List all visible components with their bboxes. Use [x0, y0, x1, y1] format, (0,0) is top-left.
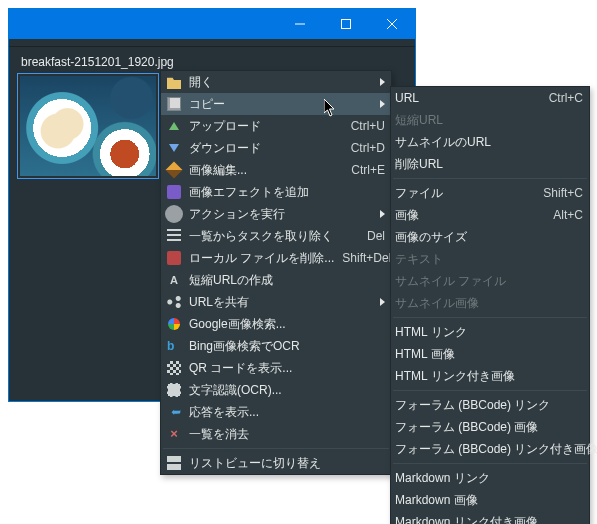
context-menu: 開く コピー アップロード Ctrl+U ダウンロード Ctrl+D 画像編集.… [160, 70, 392, 475]
submenu-html-image[interactable]: HTML 画像 [391, 343, 589, 365]
menu-shortcut: Shift+C [543, 186, 583, 200]
menu-clear-list[interactable]: × 一覧を消去 [161, 423, 391, 445]
menu-response[interactable]: ➥ 応答を表示... [161, 401, 391, 423]
menu-label: フォーラム (BBCode) リンク [395, 397, 583, 414]
copy-submenu: URL Ctrl+C 短縮URL サムネイルのURL 削除URL ファイル Sh… [390, 86, 590, 524]
menu-label: 開く [189, 74, 372, 91]
upload-icon [165, 118, 183, 134]
minimize-button[interactable] [277, 9, 323, 39]
menu-google-search[interactable]: Google画像検索... [161, 313, 391, 335]
menu-shortcut: Alt+C [553, 208, 583, 222]
menu-label: 画像エフェクトを追加 [189, 184, 385, 201]
submenu-bbcode-link[interactable]: フォーラム (BBCode) リンク [391, 394, 589, 416]
menu-label: URLを共有 [189, 294, 372, 311]
menu-shortcut: Ctrl+D [351, 141, 385, 155]
thumbnail-image [20, 76, 156, 176]
menu-label: Bing画像検索でOCR [189, 338, 385, 355]
submenu-arrow-icon [380, 210, 385, 218]
menu-actions[interactable]: アクションを実行 [161, 203, 391, 225]
close-button[interactable] [369, 9, 415, 39]
menu-shortcut: Ctrl+U [351, 119, 385, 133]
submenu-html-linked[interactable]: HTML リンク付き画像 [391, 365, 589, 387]
menu-label: QR コードを表示... [189, 360, 385, 377]
submenu-arrow-icon [380, 100, 385, 108]
menu-shortcut: Ctrl+C [549, 91, 583, 105]
submenu-file[interactable]: ファイル Shift+C [391, 182, 589, 204]
menu-label: 画像のサイズ [395, 229, 583, 246]
listview-icon [165, 455, 183, 471]
menu-label: Markdown リンク [395, 470, 583, 487]
menu-label: 応答を表示... [189, 404, 385, 421]
menu-shortcut: Del [367, 229, 385, 243]
submenu-text: テキスト [391, 248, 589, 270]
submenu-html-link[interactable]: HTML リンク [391, 321, 589, 343]
submenu-image[interactable]: 画像 Alt+C [391, 204, 589, 226]
submenu-bbcode-linked[interactable]: フォーラム (BBCode) リンク付き画像 [391, 438, 589, 460]
menu-label: フォーラム (BBCode) 画像 [395, 419, 583, 436]
maximize-button[interactable] [323, 9, 369, 39]
menu-separator [393, 317, 587, 318]
menu-delete-local[interactable]: ローカル ファイルを削除... Shift+Del [161, 247, 391, 269]
menu-effects[interactable]: 画像エフェクトを追加 [161, 181, 391, 203]
menu-label: URL [395, 91, 541, 105]
menu-label: Markdown 画像 [395, 492, 583, 509]
menu-upload[interactable]: アップロード Ctrl+U [161, 115, 391, 137]
menu-label: 短縮URLの作成 [189, 272, 385, 289]
submenu-thumb-url[interactable]: サムネイルのURL [391, 131, 589, 153]
menu-label: 一覧を消去 [189, 426, 385, 443]
submenu-thumb-file: サムネイル ファイル [391, 270, 589, 292]
menu-label: 短縮URL [395, 112, 583, 129]
menu-copy[interactable]: コピー [161, 93, 391, 115]
submenu-bbcode-image[interactable]: フォーラム (BBCode) 画像 [391, 416, 589, 438]
menu-short-url[interactable]: A 短縮URLの作成 [161, 269, 391, 291]
menu-label: リストビューに切り替え [189, 455, 385, 472]
x-icon: × [165, 426, 183, 442]
thumbnail-item[interactable] [17, 73, 159, 179]
download-icon [165, 140, 183, 156]
menu-share-url[interactable]: URLを共有 [161, 291, 391, 313]
share-icon [165, 294, 183, 310]
menu-ocr[interactable]: 文字認識(OCR)... [161, 379, 391, 401]
menu-label: 画像 [395, 207, 545, 224]
submenu-url[interactable]: URL Ctrl+C [391, 87, 589, 109]
submenu-del-url[interactable]: 削除URL [391, 153, 589, 175]
menu-label: サムネイル画像 [395, 295, 583, 312]
letter-a-icon: A [165, 272, 183, 288]
toolbar [9, 39, 415, 47]
menu-separator [393, 178, 587, 179]
submenu-md-link[interactable]: Markdown リンク [391, 467, 589, 489]
menu-label: ダウンロード [189, 140, 343, 157]
bing-icon: b [165, 338, 183, 354]
menu-shortcut: Ctrl+E [351, 163, 385, 177]
menu-listview[interactable]: リストビューに切り替え [161, 452, 391, 474]
menu-label: HTML リンク [395, 324, 583, 341]
menu-label: 文字認識(OCR)... [189, 382, 385, 399]
menu-label: 削除URL [395, 156, 583, 173]
menu-label: サムネイル ファイル [395, 273, 583, 290]
menu-qr-code[interactable]: QR コードを表示... [161, 357, 391, 379]
svg-rect-1 [342, 20, 351, 29]
menu-edit-image[interactable]: 画像編集... Ctrl+E [161, 159, 391, 181]
menu-label: コピー [189, 96, 372, 113]
submenu-arrow-icon [380, 78, 385, 86]
disk-icon [165, 250, 183, 266]
menu-label: 一覧からタスクを取り除く [189, 228, 359, 245]
effects-icon [165, 184, 183, 200]
menu-label: 画像編集... [189, 162, 343, 179]
menu-separator [393, 390, 587, 391]
submenu-md-linked[interactable]: Markdown リンク付き画像 [391, 511, 589, 524]
google-icon [165, 316, 183, 332]
menu-label: Google画像検索... [189, 316, 385, 333]
menu-separator [393, 463, 587, 464]
menu-open[interactable]: 開く [161, 71, 391, 93]
menu-remove-task[interactable]: 一覧からタスクを取り除く Del [161, 225, 391, 247]
submenu-md-image[interactable]: Markdown 画像 [391, 489, 589, 511]
menu-label: テキスト [395, 251, 583, 268]
submenu-image-size[interactable]: 画像のサイズ [391, 226, 589, 248]
menu-label: HTML 画像 [395, 346, 583, 363]
folder-icon [165, 74, 183, 90]
ocr-icon [165, 382, 183, 398]
menu-download[interactable]: ダウンロード Ctrl+D [161, 137, 391, 159]
menu-label: HTML リンク付き画像 [395, 368, 583, 385]
menu-bing-ocr[interactable]: b Bing画像検索でOCR [161, 335, 391, 357]
